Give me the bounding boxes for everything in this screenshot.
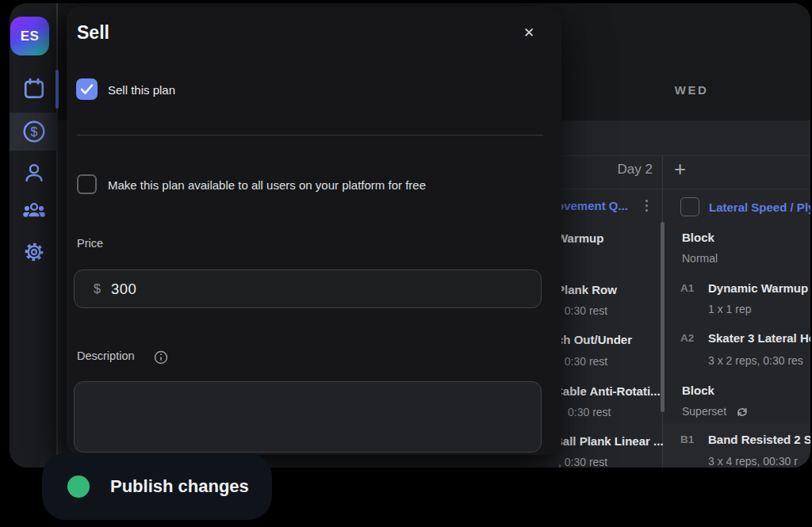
price-value: 300: [111, 281, 136, 298]
modal-title: Sell: [77, 22, 109, 44]
description-textarea[interactable]: [74, 381, 542, 453]
exercise-detail: , 0:30 rest: [558, 304, 607, 317]
sidebar-item-sell[interactable]: $: [10, 113, 58, 151]
day2-column-title[interactable]: Day 2: [565, 162, 653, 178]
gear-icon: [23, 241, 45, 263]
sidebar: ES $: [10, 3, 58, 468]
exercise-detail: , 0:30 rest: [558, 456, 607, 468]
avatar[interactable]: ES: [10, 17, 49, 55]
price-label: Price: [77, 237, 103, 250]
exercise-name[interactable]: Warmup: [557, 231, 603, 245]
publish-changes-label: Publish changes: [110, 476, 249, 497]
people-icon: [22, 199, 46, 223]
block-type[interactable]: Normal: [682, 252, 718, 265]
block-type[interactable]: Superset: [682, 405, 726, 418]
exercise-name[interactable]: ch Out/Under: [557, 333, 632, 346]
exercise-name[interactable]: Ball Plank Linear ...: [554, 434, 664, 448]
sidebar-item-settings[interactable]: [10, 233, 58, 271]
sidebar-item-teams[interactable]: [10, 192, 58, 230]
exercise-detail: 1 x 1 rep: [708, 303, 751, 315]
exercise-name[interactable]: Band Resisted 2 Step: [708, 433, 810, 446]
exercise-tag: A2: [680, 332, 694, 344]
divider: [77, 135, 543, 136]
workout-select-checkbox[interactable]: [680, 197, 699, 216]
sell-modal: Sell ✕ Sell this plan Make this plan ava…: [67, 6, 561, 455]
dollar-icon: $: [21, 119, 47, 144]
exercise-detail: 0:30 rest: [568, 406, 611, 418]
exercise-tag: A1: [680, 282, 694, 294]
exercise-name[interactable]: Dynamic Warmup: [708, 281, 808, 295]
exercise-detail: 3 x 4 reps, 00:30 r: [708, 455, 798, 468]
close-icon[interactable]: ✕: [519, 22, 539, 43]
column-scrollbar[interactable]: [661, 222, 665, 412]
status-dot-icon: [67, 475, 90, 498]
day-header-wed: WED: [644, 83, 739, 97]
calendar-icon: [22, 77, 46, 101]
divider: [561, 189, 810, 189]
kebab-menu-icon[interactable]: [645, 200, 648, 212]
exercise-detail: 3 x 2 reps, 0:30 res: [708, 354, 803, 367]
workout-title-right[interactable]: Lateral Speed / Plyo: [709, 200, 810, 214]
sidebar-active-indicator: [56, 70, 59, 109]
workout-title-left[interactable]: ovement Q...: [557, 199, 628, 212]
block-label: Block: [682, 384, 714, 397]
block-label: Block: [682, 231, 714, 244]
free-plan-checkbox[interactable]: [77, 174, 97, 194]
divider: [561, 155, 810, 156]
exercise-name[interactable]: Skater 3 Lateral Hop: [708, 331, 810, 345]
currency-symbol: $: [94, 282, 101, 296]
description-label: Description: [77, 349, 135, 362]
publish-changes-button[interactable]: Publish changes: [42, 453, 272, 520]
person-icon: [22, 161, 46, 185]
exercise-name[interactable]: Plank Row: [557, 283, 617, 296]
info-icon[interactable]: [154, 350, 168, 365]
sell-plan-label: Sell this plan: [108, 83, 175, 97]
svg-text:$: $: [30, 125, 37, 139]
sidebar-item-athletes[interactable]: [10, 154, 58, 192]
add-day-button[interactable]: +: [674, 157, 686, 181]
price-input[interactable]: $ 300: [74, 269, 542, 308]
exercise-detail: , 0:30 rest: [558, 355, 607, 368]
sell-plan-checkbox[interactable]: [76, 78, 98, 100]
free-plan-label: Make this plan available to all users on…: [108, 178, 426, 192]
exercise-name[interactable]: Cable Anti-Rotati...: [554, 384, 661, 398]
superset-cycle-icon[interactable]: [736, 406, 749, 418]
exercise-tag: B1: [680, 433, 694, 445]
sidebar-item-calendar[interactable]: [10, 70, 58, 108]
